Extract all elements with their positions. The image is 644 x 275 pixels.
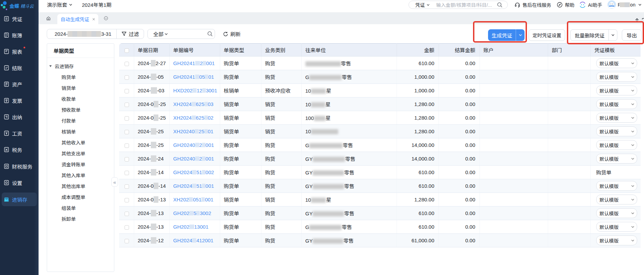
svg-text:金蝶: 金蝶 [9,2,19,9]
svg-text:精斗云: 精斗云 [20,3,34,9]
